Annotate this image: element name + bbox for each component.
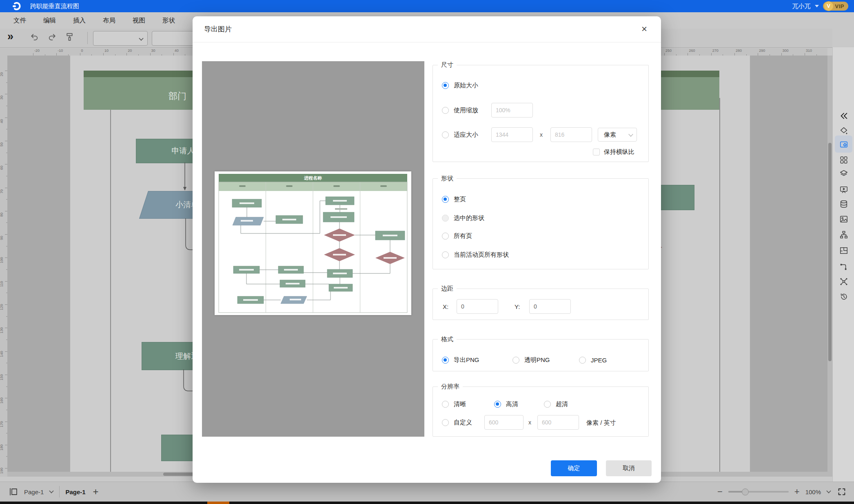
- zoom-caret-icon[interactable]: [826, 488, 831, 493]
- shapes-library-icon[interactable]: [838, 155, 849, 165]
- radio-icon: [442, 196, 449, 203]
- radio-original-size[interactable]: 原始大小: [442, 79, 478, 91]
- database-icon[interactable]: [838, 199, 849, 209]
- org-chart-icon[interactable]: [838, 229, 849, 240]
- menu-insert[interactable]: 插入: [64, 16, 94, 25]
- radio-custom[interactable]: 自定义: [442, 416, 472, 429]
- fill-style-icon[interactable]: [838, 125, 849, 136]
- app-logo-icon[interactable]: [11, 1, 21, 11]
- menu-view[interactable]: 视图: [124, 16, 154, 25]
- unit-select[interactable]: 像素: [598, 128, 637, 142]
- vertical-scrollbar-thumb[interactable]: [828, 143, 832, 361]
- keep-ratio-checkbox-row[interactable]: 保持横纵比: [593, 146, 634, 158]
- radio-transparent-png[interactable]: 透明PNG: [512, 354, 550, 366]
- fit-height-input[interactable]: [550, 127, 592, 142]
- vip-shield-icon: V: [824, 1, 834, 11]
- radio-whole-page[interactable]: 整页: [442, 193, 466, 205]
- ok-button[interactable]: 确定: [551, 460, 597, 476]
- radio-hd[interactable]: 高清: [494, 398, 518, 410]
- menu-edit[interactable]: 编辑: [35, 16, 64, 25]
- size-legend: 尺寸: [438, 61, 457, 69]
- app-root: 跨职能垂直流程图 兀小兀 V VIP 文件 编辑 插入 布局 视图 形状: [0, 0, 854, 504]
- export-dialog: 导出图片 × 进程名称: [193, 16, 661, 483]
- toolbar-divider: [87, 32, 88, 44]
- ruler-corner: [0, 48, 8, 56]
- cancel-button[interactable]: 取消: [606, 460, 652, 476]
- format-painter-button[interactable]: [64, 32, 75, 42]
- collapse-panel-icon[interactable]: [838, 111, 849, 121]
- user-menu-caret-icon[interactable]: [815, 5, 819, 7]
- radio-use-scale[interactable]: 使用缩放: [442, 104, 478, 116]
- connector-style-icon[interactable]: [838, 262, 849, 272]
- margin-fieldset: 边距 X: Y:: [433, 285, 649, 320]
- swimlane-header-label: 部门: [169, 90, 186, 102]
- page-selector-caret-icon[interactable]: [49, 488, 54, 493]
- zoom-in-button[interactable]: +: [794, 488, 800, 496]
- history-icon[interactable]: [838, 291, 849, 302]
- presentation-icon[interactable]: [838, 184, 849, 195]
- auto-layout-icon[interactable]: [838, 276, 849, 287]
- zoom-out-button[interactable]: −: [717, 488, 723, 496]
- image-icon[interactable]: [838, 214, 849, 224]
- double-chevron-right-icon[interactable]: »: [7, 30, 13, 43]
- vip-label: VIP: [835, 3, 844, 9]
- page-tab[interactable]: Page-1: [65, 488, 85, 495]
- document-title: 跨职能垂直流程图: [30, 0, 79, 12]
- layers-icon[interactable]: [838, 168, 849, 179]
- scale-input[interactable]: [491, 103, 533, 118]
- zoom-slider-thumb[interactable]: [742, 488, 749, 495]
- fit-width-input[interactable]: [491, 127, 533, 142]
- radio-all-pages[interactable]: 所有页: [442, 230, 472, 242]
- margin-x-input[interactable]: [457, 299, 498, 314]
- resolution-unit-label: 像素 / 英寸: [586, 419, 616, 427]
- times-separator: x: [540, 131, 543, 138]
- font-select[interactable]: [93, 31, 148, 46]
- undo-button[interactable]: [29, 32, 40, 42]
- radio-export-png[interactable]: 导出PNG: [442, 354, 479, 366]
- page-panel-icon[interactable]: [8, 487, 18, 497]
- ruler-vertical: 2030405060708090100110120130140150160170…: [0, 56, 8, 477]
- vertical-scrollbar[interactable]: [827, 56, 832, 477]
- zoom-slider[interactable]: [728, 491, 789, 493]
- format-legend: 格式: [438, 335, 457, 343]
- add-page-button[interactable]: +: [93, 486, 99, 497]
- chevron-down-icon: [628, 132, 633, 136]
- close-icon[interactable]: ×: [638, 23, 650, 35]
- checkbox-icon: [593, 149, 600, 155]
- zoom-level[interactable]: 100%: [805, 488, 821, 495]
- radio-icon: [494, 401, 501, 408]
- radio-jpeg[interactable]: JPEG: [579, 354, 607, 366]
- radio-standard[interactable]: 清晰: [442, 398, 466, 410]
- menu-shape[interactable]: 形状: [154, 16, 184, 25]
- margin-y-input[interactable]: [529, 299, 571, 314]
- radio-uhd[interactable]: 超清: [544, 398, 568, 410]
- format-fieldset: 格式 导出PNG 透明PNG JPEG: [433, 335, 649, 371]
- menu-layout[interactable]: 布局: [94, 16, 124, 25]
- custom-height-input[interactable]: [537, 415, 579, 430]
- radio-icon: [442, 419, 449, 426]
- floorplan-icon[interactable]: [838, 245, 849, 256]
- radio-icon: [442, 131, 449, 138]
- resolution-legend: 分辨率: [438, 383, 463, 391]
- vip-badge[interactable]: V VIP: [823, 2, 848, 11]
- custom-width-input[interactable]: [484, 415, 523, 430]
- radio-active-page-shapes[interactable]: 当前活动页所有形状: [442, 249, 509, 261]
- menu-file[interactable]: 文件: [5, 16, 35, 25]
- radio-icon: [442, 107, 449, 114]
- radio-selected-shapes[interactable]: 选中的形状: [442, 212, 484, 224]
- chevron-down-icon: [139, 36, 143, 40]
- size-fieldset: 尺寸 原始大小 使用缩放 适应大小 x 像素 保持: [433, 61, 649, 162]
- dialog-title: 导出图片: [204, 16, 232, 42]
- bottombar: Page-1 Page-1 + − + 100%: [0, 482, 854, 502]
- page-selector[interactable]: Page-1: [24, 488, 44, 495]
- radio-icon: [442, 82, 449, 89]
- username[interactable]: 兀小兀: [792, 2, 811, 10]
- export-preview-panel: 进程名称: [202, 61, 424, 437]
- radio-icon: [544, 401, 551, 408]
- shape-fieldset: 形状 整页 选中的形状 所有页 当前活动页所有形状: [433, 175, 649, 269]
- fullscreen-icon[interactable]: [836, 487, 847, 497]
- redo-button[interactable]: [47, 32, 57, 42]
- page-settings-icon[interactable]: [838, 139, 849, 150]
- dialog-header: 导出图片 ×: [193, 16, 661, 42]
- radio-fit-size[interactable]: 适应大小: [442, 129, 478, 141]
